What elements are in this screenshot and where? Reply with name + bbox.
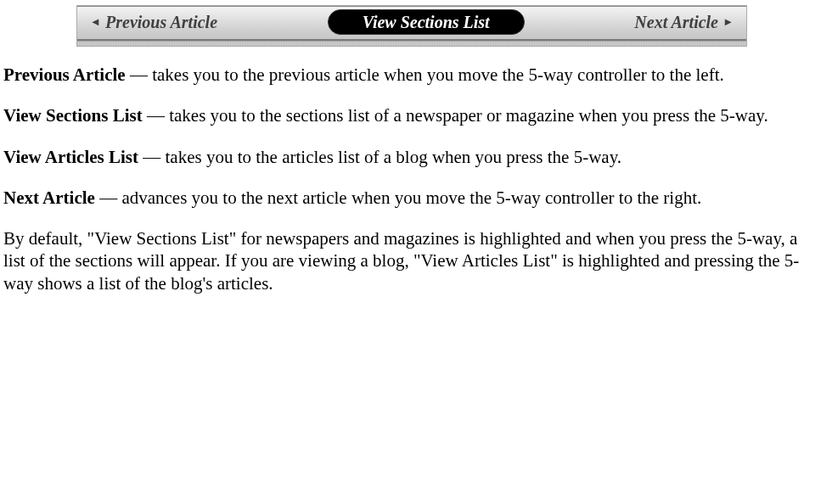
view-sections-list-button[interactable]: View Sections List <box>328 9 525 35</box>
def-term: View Articles List <box>3 147 138 167</box>
definition-previous-article: Previous Article — takes you to the prev… <box>3 64 814 86</box>
previous-article-label: Previous Article <box>105 12 217 33</box>
definition-next-article: Next Article — advances you to the next … <box>3 187 814 209</box>
nav-toolbar-inner: ◂ Previous Article View Sections List Ne… <box>77 6 746 41</box>
def-desc: takes you to the articles list of a blog… <box>166 147 622 167</box>
def-dash: — <box>126 64 153 85</box>
def-term: Next Article <box>3 188 95 208</box>
def-dash: — <box>138 147 166 167</box>
def-dash: — <box>95 188 122 208</box>
toolbar-bottom-strip <box>77 41 746 46</box>
next-article-button[interactable]: Next Article ▸ <box>634 12 731 33</box>
previous-article-button[interactable]: ◂ Previous Article <box>93 12 217 33</box>
arrow-left-icon: ◂ <box>93 14 98 30</box>
definition-view-sections-list: View Sections List — takes you to the se… <box>3 104 814 126</box>
nav-toolbar: ◂ Previous Article View Sections List Ne… <box>76 5 747 47</box>
footer-paragraph: By default, "View Sections List" for new… <box>3 227 814 294</box>
def-term: Previous Article <box>3 64 126 85</box>
def-desc: advances you to the next article when yo… <box>121 188 701 208</box>
arrow-right-icon: ▸ <box>725 14 731 30</box>
def-term: View Sections List <box>3 105 143 126</box>
view-sections-list-label: View Sections List <box>363 13 490 31</box>
def-desc: takes you to the sections list of a news… <box>169 105 768 126</box>
def-dash: — <box>143 105 170 126</box>
next-article-label: Next Article <box>634 12 718 33</box>
body-text: Previous Article — takes you to the prev… <box>0 47 821 294</box>
definition-view-articles-list: View Articles List — takes you to the ar… <box>3 146 814 168</box>
def-desc: takes you to the previous article when y… <box>152 64 724 85</box>
